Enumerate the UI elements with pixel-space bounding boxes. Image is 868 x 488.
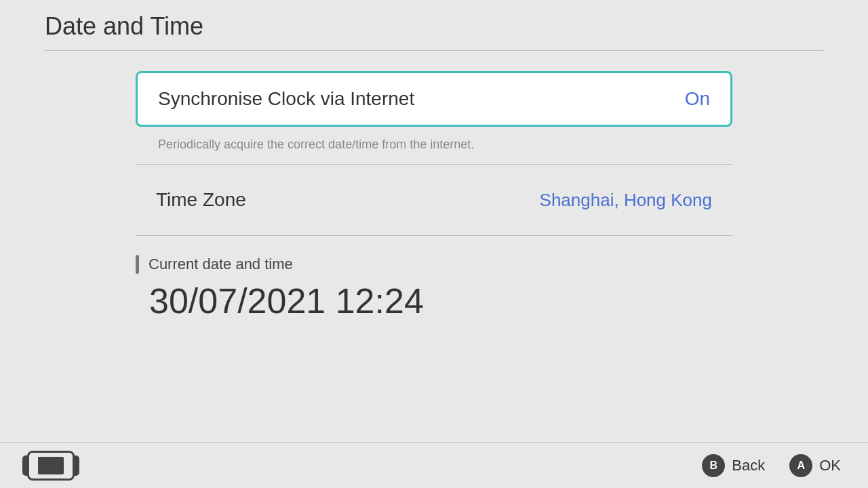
console-left-grip xyxy=(22,455,29,476)
console-right-grip xyxy=(73,455,79,476)
content-area: Synchronise Clock via Internet On Period… xyxy=(0,51,868,321)
sync-clock-label: Synchronise Clock via Internet xyxy=(158,88,414,110)
a-button-icon: A xyxy=(789,454,812,477)
page-title: Date and Time xyxy=(45,12,823,50)
current-datetime-label: Current date and time xyxy=(149,256,293,273)
console-screen xyxy=(38,457,64,474)
divider-1 xyxy=(136,164,732,165)
sync-clock-value: On xyxy=(685,88,710,110)
time-zone-value: Shanghai, Hong Kong xyxy=(540,190,712,211)
time-zone-label: Time Zone xyxy=(156,189,246,211)
b-button-icon: B xyxy=(702,454,725,477)
divider-2 xyxy=(136,235,732,236)
ok-label: OK xyxy=(819,457,841,474)
back-button-group[interactable]: B Back xyxy=(702,454,765,477)
bottom-bar: B Back A OK xyxy=(0,442,868,488)
sync-clock-description: Periodically acquire the correct date/ti… xyxy=(136,134,732,152)
current-datetime-section: Current date and time xyxy=(136,255,732,274)
time-zone-row[interactable]: Time Zone Shanghai, Hong Kong xyxy=(136,177,732,223)
section-accent-bar xyxy=(136,255,139,274)
sync-clock-row[interactable]: Synchronise Clock via Internet On xyxy=(136,71,732,127)
current-datetime-value: 30/07/2021 12:24 xyxy=(136,281,732,321)
page-header: Date and Time xyxy=(0,0,868,51)
bottom-buttons: B Back A OK xyxy=(702,454,841,477)
console-icon xyxy=(27,451,75,481)
back-label: Back xyxy=(732,457,765,474)
ok-button-group[interactable]: A OK xyxy=(789,454,841,477)
